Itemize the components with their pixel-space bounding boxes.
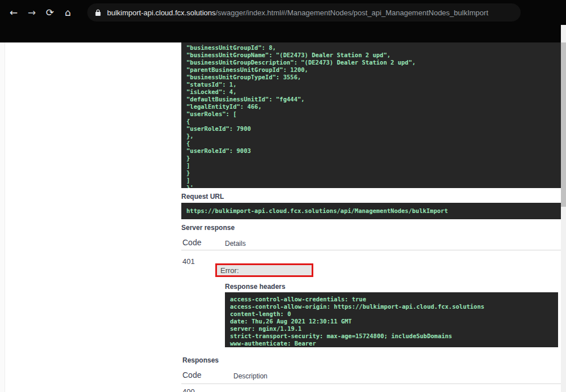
responses-code-header: Code bbox=[182, 370, 201, 380]
code-line: "userRoles": [ bbox=[186, 110, 561, 118]
forward-button[interactable]: → bbox=[24, 5, 40, 20]
code-line: "businessUnitGroupDescription": "(DE2473… bbox=[186, 59, 561, 66]
request-url-label: Request URL bbox=[181, 193, 224, 201]
error-label: Error: bbox=[220, 266, 239, 275]
response-headers-label: Response headers bbox=[225, 283, 286, 291]
code-line: content-length: 0 bbox=[230, 310, 558, 318]
responses-description-header: Description bbox=[233, 372, 267, 380]
code-line: }' bbox=[186, 184, 561, 188]
error-annotation-box: Error: bbox=[215, 263, 313, 277]
response-status-code: 401 bbox=[182, 257, 195, 266]
request-url-text: https://bulkimport-api.cloud.fcx.solutio… bbox=[186, 207, 448, 215]
address-bar[interactable]: bulkimport-api.cloud.fcx.solutions/swagg… bbox=[87, 3, 521, 22]
url-text: bulkimport-api.cloud.fcx.solutions/swagg… bbox=[107, 8, 488, 17]
lock-icon bbox=[95, 9, 101, 16]
code-line: "businessUnitGroupTypeId": 3556, bbox=[186, 74, 561, 81]
home-button[interactable]: ⌂ bbox=[60, 5, 76, 20]
scrollbar-track[interactable] bbox=[561, 25, 566, 392]
code-line: www-authenticate: Bearer bbox=[230, 340, 558, 347]
browser-chrome: ← → ⟳ ⌂ bulkimport-api.cloud.fcx.solutio… bbox=[0, 0, 566, 25]
code-line: } bbox=[186, 169, 561, 177]
code-line: "parentBusinessUnitGroupId": 1200, bbox=[186, 66, 561, 74]
code-line: "defaultBusinessUnitId": "fg444", bbox=[186, 96, 561, 103]
responses-label: Responses bbox=[182, 356, 219, 364]
request-body-code-block: "businessUnitGroupId": 8,"businessUnitGr… bbox=[181, 42, 561, 188]
back-button[interactable]: ← bbox=[6, 5, 22, 20]
top-black-band: ← → ⟳ ⌂ bulkimport-api.cloud.fcx.solutio… bbox=[0, 0, 566, 42]
code-line: "isLocked": 4, bbox=[186, 88, 561, 96]
code-line: strict-transport-security: max-age=15724… bbox=[230, 333, 558, 340]
server-response-details-header: Details bbox=[225, 240, 246, 248]
code-line: "userRoleId": 9003 bbox=[186, 147, 561, 155]
server-response-code-header: Code bbox=[182, 238, 201, 247]
code-line: "statusId": 1, bbox=[186, 81, 561, 88]
code-line: ] bbox=[186, 177, 561, 184]
responses-first-code-partial: 400 bbox=[182, 387, 195, 392]
code-line: server: nginx/1.19.1 bbox=[230, 325, 558, 333]
reload-button[interactable]: ⟳ bbox=[42, 5, 58, 20]
swagger-topbar bbox=[0, 25, 566, 42]
scrollbar-thumb[interactable] bbox=[561, 42, 566, 207]
server-response-label: Server response bbox=[181, 224, 235, 232]
code-line: "businessUnitGroupName": "(DE2473) Deale… bbox=[186, 52, 561, 59]
code-line: date: Thu,26 Aug 2021 12:30:11 GMT bbox=[230, 318, 558, 325]
code-line: } bbox=[186, 155, 561, 162]
code-line: "legalEntityId": 466, bbox=[186, 103, 561, 110]
code-line: access-control-allow-credentials: true bbox=[230, 296, 558, 303]
url-path: /swagger/index.html#/ManagementNodes/pos… bbox=[215, 8, 488, 17]
response-headers-code-block: access-control-allow-credentials: trueac… bbox=[225, 292, 558, 347]
code-line: "businessUnitGroupId": 8, bbox=[186, 44, 561, 52]
code-line: access-control-allow-origin: https://bul… bbox=[230, 303, 558, 310]
responses-header-divider bbox=[181, 384, 561, 384]
code-line: }, bbox=[186, 133, 561, 140]
code-line: ] bbox=[186, 162, 561, 169]
code-line: "userRoleId": 7900 bbox=[186, 125, 561, 133]
table-header-divider bbox=[181, 250, 561, 250]
left-gutter bbox=[0, 42, 5, 392]
code-line: { bbox=[186, 118, 561, 125]
request-url-value: https://bulkimport-api.cloud.fcx.solutio… bbox=[181, 203, 561, 219]
url-domain: bulkimport-api.cloud.fcx.solutions bbox=[107, 8, 215, 17]
code-line: { bbox=[186, 140, 561, 147]
